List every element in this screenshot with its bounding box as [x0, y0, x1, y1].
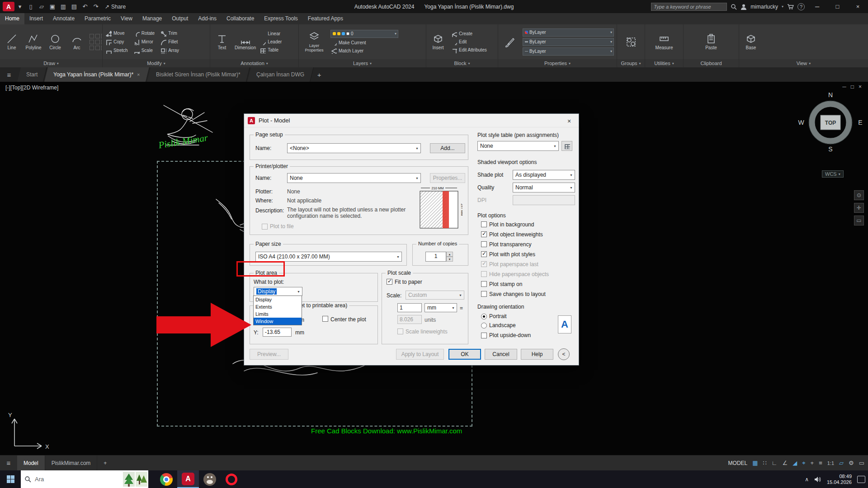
ribbon-tab-addins[interactable]: Add-ins	[193, 13, 222, 24]
app-menu-caret-icon[interactable]: ▾	[14, 0, 25, 13]
view-compass[interactable]: TOP N W E S	[797, 90, 864, 162]
make-current-tool[interactable]: Make Current	[330, 39, 398, 46]
dropdown-option-limits[interactable]: Limits	[254, 310, 302, 318]
panel-label-block[interactable]: Block▾	[426, 59, 498, 67]
panel-label-utilities[interactable]: Utilities▾	[645, 59, 683, 67]
plot-dialog-titlebar[interactable]: A Plot - Model ×	[244, 114, 579, 127]
plot-style-combo[interactable]: None	[477, 141, 559, 151]
text-tool[interactable]: Text	[213, 33, 231, 50]
polyline-tool[interactable]: Polyline	[24, 33, 42, 50]
cancel-button[interactable]: Cancel	[485, 349, 517, 360]
offset-y-input[interactable]: -13.65	[263, 328, 292, 337]
search-icon[interactable]	[731, 4, 737, 10]
edit-attributes-tool[interactable]: Edit Attributes	[451, 47, 487, 53]
mirror-tool[interactable]: Mirror	[133, 38, 155, 45]
leader-tool[interactable]: Leader	[259, 38, 282, 45]
shade-plot-combo[interactable]: As displayed	[513, 170, 575, 180]
apply-to-layout-button[interactable]: Apply to Layout	[396, 349, 444, 360]
volume-icon[interactable]	[814, 476, 821, 483]
scale-lineweights-checkbox[interactable]	[397, 328, 403, 334]
wcs-selector[interactable]: WCS▾	[822, 170, 844, 178]
draw-gallery[interactable]	[90, 34, 102, 50]
fit-to-paper-checkbox[interactable]	[387, 279, 392, 285]
app-store-cart-icon[interactable]	[787, 4, 794, 10]
plot-paperspace-last-checkbox[interactable]	[481, 261, 487, 267]
panel-label-clipboard[interactable]: Clipboard	[684, 59, 739, 67]
tray-chevron-icon[interactable]: ∧	[805, 476, 809, 483]
ribbon-tab-collaborate[interactable]: Collaborate	[222, 13, 259, 24]
edit-block-tool[interactable]: Edit	[451, 38, 487, 45]
panel-label-layers[interactable]: Layers▾	[299, 59, 426, 67]
plot-dialog-close-icon[interactable]: ×	[563, 117, 575, 126]
account-caret-icon[interactable]: ▾	[782, 5, 783, 9]
plot-in-background-checkbox[interactable]	[481, 221, 487, 227]
ribbon-tab-annotate[interactable]: Annotate	[48, 13, 80, 24]
dimension-tool[interactable]: Dimension	[235, 33, 256, 50]
edit-plot-style-button[interactable]	[561, 141, 572, 151]
quality-combo[interactable]: Normal	[513, 183, 575, 192]
hide-paperspace-objects-checkbox[interactable]	[481, 271, 487, 277]
panel-label-draw[interactable]: Draw▾	[0, 59, 102, 67]
pan-icon[interactable]: ✛	[854, 203, 864, 213]
copies-input[interactable]: 1	[425, 252, 446, 262]
array-tool[interactable]: Array	[160, 47, 179, 54]
rotate-tool[interactable]: Rotate	[133, 30, 155, 37]
arc-tool[interactable]: Arc	[68, 33, 86, 50]
opera-taskbar-icon[interactable]	[221, 470, 242, 488]
start-button[interactable]	[0, 470, 21, 488]
match-properties-tool[interactable]	[501, 37, 519, 47]
scale-units-input[interactable]: 8.026	[397, 315, 422, 324]
open-file-icon[interactable]: ▱	[36, 0, 47, 13]
account-icon[interactable]	[741, 4, 747, 10]
save-as-icon[interactable]: ▥	[58, 0, 69, 13]
autocad-taskbar-icon[interactable]: A	[177, 470, 199, 488]
file-tab-active[interactable]: Yoga Yapan İnsan (Pislik Mimar)*×	[44, 67, 150, 82]
ribbon-tab-parametric[interactable]: Parametric	[80, 13, 116, 24]
model-tab[interactable]: Model	[17, 455, 45, 471]
panel-label-properties[interactable]: Properties▾	[498, 59, 617, 67]
full-nav-wheel-icon[interactable]: ⊙	[854, 190, 864, 200]
autocad-logo[interactable]: A	[3, 2, 14, 11]
linear-tool[interactable]: Linear	[259, 30, 282, 37]
measure-tool[interactable]: Measure	[655, 33, 673, 50]
plot-to-file-checkbox[interactable]	[262, 224, 268, 230]
snap-tracking-icon[interactable]: +	[811, 460, 814, 466]
center-plot-checkbox[interactable]	[322, 316, 328, 322]
close-button[interactable]: ×	[848, 0, 868, 13]
add-page-setup-button[interactable]: Add...	[430, 143, 465, 153]
layer-select-combo[interactable]: 0	[330, 30, 398, 38]
dpi-input[interactable]	[513, 195, 575, 205]
scale-unit-combo[interactable]: mm	[425, 303, 457, 312]
paper-size-combo[interactable]: ISO A4 (210.00 x 297.00 MM)	[255, 252, 402, 262]
plot-icon[interactable]: ▤	[69, 0, 80, 13]
panel-label-annotation[interactable]: Annotation▾	[210, 59, 298, 67]
action-center-icon[interactable]	[857, 476, 865, 483]
share-button[interactable]: ↗ Share	[105, 4, 126, 10]
base-view-tool[interactable]: Base	[742, 33, 760, 50]
zoom-extents-icon[interactable]: ▭	[854, 216, 864, 225]
what-to-plot-combo[interactable]: Display	[254, 287, 302, 296]
help-search-input[interactable]	[651, 3, 727, 11]
polar-tracking-icon[interactable]: ∠	[783, 460, 788, 466]
ribbon-tab-home[interactable]: Home	[0, 13, 24, 24]
landscape-radio[interactable]	[481, 323, 487, 328]
lineweight-combo[interactable]: ByLayer	[523, 38, 614, 46]
taskbar-search[interactable]: Ara	[21, 470, 148, 488]
viewport-controls[interactable]: [-][Top][2D Wireframe]	[5, 84, 58, 91]
line-tool[interactable]: Line	[3, 33, 21, 50]
scale-combo[interactable]: Custom	[406, 291, 464, 300]
scale-custom-input[interactable]: 1	[397, 303, 422, 312]
viewport-restore-icon[interactable]: □	[851, 84, 854, 90]
file-tabs-menu-icon[interactable]: ≡	[0, 71, 18, 79]
plot-with-plot-styles-checkbox[interactable]	[481, 251, 487, 257]
less-options-button[interactable]: <	[558, 348, 570, 360]
page-setup-name-combo[interactable]: <None>	[287, 143, 421, 153]
new-file-icon[interactable]: ▯	[25, 0, 36, 13]
taskbar-clock[interactable]: 08:49 15.04.2026	[827, 474, 852, 485]
linetype-combo[interactable]: ByLayer	[523, 47, 614, 56]
viewport-minimize-icon[interactable]: ─	[842, 84, 846, 90]
minimize-button[interactable]: ─	[807, 0, 827, 13]
clean-screen-icon[interactable]: ▭	[859, 460, 864, 466]
redo-icon[interactable]: ↷	[90, 0, 101, 13]
layout-menu-icon[interactable]: ≡	[0, 459, 17, 467]
